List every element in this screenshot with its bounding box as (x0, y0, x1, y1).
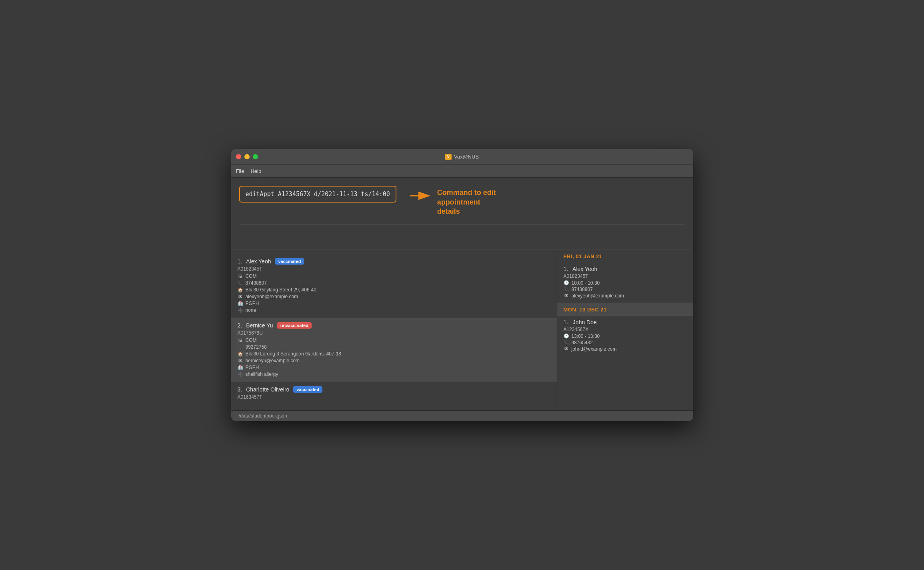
menu-bar: File Help (231, 165, 693, 178)
appt-phone-icon-2: 📞 (564, 340, 569, 345)
title-bar: V Vax@NUS (231, 149, 693, 165)
app-icon: V (445, 154, 452, 160)
patient-header-2: 2. Bernice Yu unvaccinated (238, 322, 550, 329)
arrow-annotation: Command to edit appointment details (408, 188, 496, 216)
main-window: V Vax@NUS File Help editAppt A1234567X d… (231, 149, 693, 421)
appt-phone-icon-1: 📞 (564, 287, 569, 292)
command-input[interactable]: editAppt A1234567X d/2021-11-13 ts/14:00 (239, 186, 396, 203)
patient-number-2: 2. (238, 322, 242, 329)
clock-icon-2: 🕐 (564, 333, 569, 339)
traffic-lights (236, 154, 258, 159)
date-header-1: FRI, 01 JAN 21 (557, 249, 693, 263)
patient-name-3: Charlotte Oliveiro (246, 386, 289, 393)
patient-address-1: 🏠 Blk 30 Geylang Street 29, #06-40 (238, 287, 550, 293)
annotation-text: Command to edit appointment details (437, 188, 496, 216)
building-icon-1: 🏛 (238, 274, 243, 279)
appt-id-2: A1234567X (564, 327, 687, 332)
appointments-panel[interactable]: FRI, 01 JAN 21 1. Alex Yeoh A0182345T 🕐 … (557, 249, 693, 410)
menu-help[interactable]: Help (250, 168, 261, 174)
patient-header-3: 3. Charlotte Oliveiro vaccinated (238, 386, 550, 393)
arrow-icon (408, 190, 432, 203)
appt-card-2[interactable]: 1. John Doe A1234567X 🕐 13:00 - 13:30 📞 … (557, 316, 693, 356)
patient-email-1: ✉ alexyeoh@example.com (238, 294, 550, 300)
patient-clinic-1: 🏥 PGPH (238, 301, 550, 307)
patient-header-1: 1. Alex Yeoh vaccinated (238, 258, 550, 265)
appt-email-icon-1: ✉ (564, 293, 569, 299)
patient-phone-1: 📞 87438807 (238, 280, 550, 286)
patient-clinic-2: 🏥 PGPH (238, 365, 550, 371)
email-icon-2: ✉ (238, 358, 243, 364)
status-text: ./data/studentbook.json (238, 413, 287, 419)
patient-status-2: ➕ shellfish allergy (238, 371, 550, 377)
patient-badge-1: vaccinated (275, 258, 304, 265)
building-icon-2: 🏛 (238, 338, 243, 343)
phone-icon-2: 📞 (238, 345, 243, 350)
appt-card-1[interactable]: 1. Alex Yeoh A0182345T 🕐 10:00 - 10:30 📞… (557, 263, 693, 303)
appt-id-1: A0182345T (564, 273, 687, 279)
appt-time-1: 🕐 10:00 - 10:30 (564, 280, 687, 286)
patient-id-2: A0175678U (238, 330, 550, 336)
appt-time-2: 🕐 13:00 - 13:30 (564, 333, 687, 339)
appt-name-1: 1. Alex Yeoh (564, 266, 687, 272)
patient-id-1: A0182345T (238, 266, 550, 272)
patient-card-2[interactable]: 2. Bernice Yu unvaccinated A0175678U 🏛 C… (231, 318, 557, 382)
patient-name-1: Alex Yeoh (246, 258, 271, 265)
appt-email-2: ✉ johnd@example.com (564, 346, 687, 352)
patient-badge-3: vaccinated (293, 386, 322, 393)
patient-card-3[interactable]: 3. Charlotte Oliveiro vaccinated A016345… (231, 382, 557, 405)
menu-file[interactable]: File (236, 168, 244, 174)
patient-card-1[interactable]: 1. Alex Yeoh vaccinated A0182345T 🏛 COM … (231, 254, 557, 318)
appt-phone-1: 📞 87438807 (564, 287, 687, 292)
date-header-2: MON, 13 DEC 21 (557, 303, 693, 316)
clock-icon-1: 🕐 (564, 280, 569, 286)
command-area: editAppt A1234567X d/2021-11-13 ts/14:00… (231, 178, 693, 220)
clinic-icon-2: 🏥 (238, 365, 243, 371)
patient-address-2: 🏠 Blk 30 Lorong 3 Serangoon Gardens, #07… (238, 351, 550, 357)
clinic-icon-1: 🏥 (238, 301, 243, 307)
appt-name-2: 1. John Doe (564, 319, 687, 325)
phone-icon-1: 📞 (238, 281, 243, 286)
main-content: 1. Alex Yeoh vaccinated A0182345T 🏛 COM … (231, 249, 693, 410)
status-bar: ./data/studentbook.json (231, 410, 693, 421)
patient-number-3: 3. (238, 386, 242, 393)
patient-id-3: A0163457T (238, 394, 550, 400)
close-button[interactable] (236, 154, 241, 159)
home-icon-2: 🏠 (238, 351, 243, 357)
patient-phone-2: 📞 99272758 (238, 344, 550, 350)
divider-area (231, 221, 693, 225)
empty-space (231, 225, 693, 249)
email-icon-1: ✉ (238, 294, 243, 300)
medical-icon-2: ➕ (238, 372, 243, 377)
patient-badge-2: unvaccinated (277, 322, 312, 329)
window-title: V Vax@NUS (445, 154, 479, 160)
patient-list-panel[interactable]: 1. Alex Yeoh vaccinated A0182345T 🏛 COM … (231, 249, 557, 410)
minimize-button[interactable] (244, 154, 250, 159)
patient-faculty-2: 🏛 COM (238, 337, 550, 343)
patient-number-1: 1. (238, 258, 242, 265)
home-icon-1: 🏠 (238, 287, 243, 293)
patient-name-2: Bernice Yu (246, 322, 273, 329)
patient-status-1: ➕ none (238, 307, 550, 313)
appt-email-1: ✉ alexyeoh@example.com (564, 293, 687, 299)
app-title: Vax@NUS (454, 154, 479, 160)
patient-faculty-1: 🏛 COM (238, 273, 550, 279)
appt-phone-2: 📞 98765432 (564, 340, 687, 345)
patient-email-2: ✉ berniceyu@example.com (238, 358, 550, 364)
appt-email-icon-2: ✉ (564, 346, 569, 352)
medical-icon-1: ➕ (238, 308, 243, 313)
maximize-button[interactable] (253, 154, 258, 159)
